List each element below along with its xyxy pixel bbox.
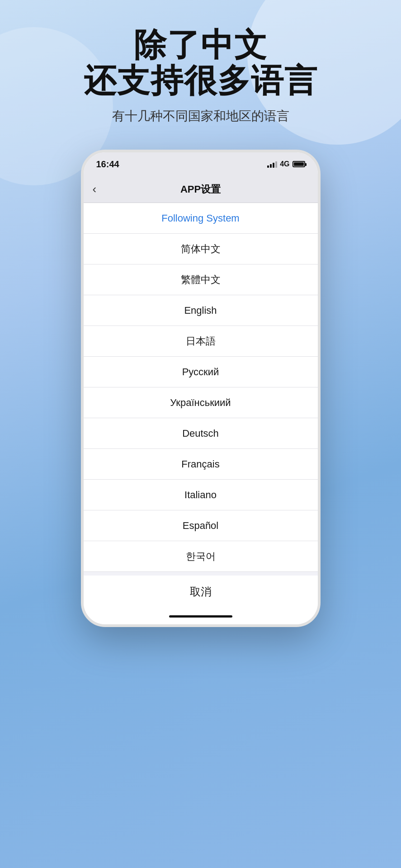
cancel-button[interactable]: 取消 (84, 572, 318, 608)
language-item-label: Español (183, 520, 219, 532)
language-item-label: Українськиий (170, 397, 231, 409)
home-bar (169, 615, 232, 618)
language-list-item[interactable]: 繁體中文 (84, 264, 318, 295)
language-item-label: 繁體中文 (181, 273, 221, 287)
language-item-label: 简体中文 (181, 242, 221, 256)
language-item-label: Русский (182, 366, 219, 378)
signal-icon (267, 160, 277, 168)
back-button[interactable]: ‹ (93, 182, 97, 196)
network-label: 4G (280, 160, 289, 168)
language-item-label: 한국어 (186, 550, 216, 563)
language-list-item[interactable]: 简体中文 (84, 234, 318, 264)
home-indicator (84, 608, 318, 624)
language-list-item[interactable]: 日本語 (84, 326, 318, 357)
language-list-item[interactable]: Deutsch (84, 418, 318, 449)
nav-bar: ‹ APP设置 (84, 176, 318, 203)
language-list-item[interactable]: Italiano (84, 480, 318, 510)
sub-title: 有十几种不同国家和地区的语言 (84, 108, 318, 125)
status-time: 16:44 (96, 159, 119, 170)
language-list-item[interactable]: Русский (84, 357, 318, 387)
language-item-label: English (184, 305, 217, 316)
language-item-label: Italiano (184, 489, 217, 501)
language-list-item[interactable]: Français (84, 449, 318, 480)
main-title: 除了中文 还支持很多语言 (84, 27, 318, 99)
cancel-label: 取消 (190, 585, 212, 599)
status-icons: 4G (267, 160, 305, 168)
language-item-label: Following System (161, 212, 239, 224)
language-list-item[interactable]: Українськиий (84, 387, 318, 418)
language-list-item[interactable]: Following System (84, 203, 318, 234)
language-list-item[interactable]: 한국어 (84, 541, 318, 572)
language-list-section: Following System简体中文繁體中文English日本語Русски… (84, 203, 318, 572)
nav-title: APP设置 (180, 183, 221, 196)
phone-mockup: 16:44 4G ‹ APP设置 Following System简体中文繁體中… (81, 150, 321, 627)
language-list: Following System简体中文繁體中文English日本語Русски… (84, 203, 318, 572)
header-section: 除了中文 还支持很多语言 有十几种不同国家和地区的语言 (84, 27, 318, 125)
battery-icon (292, 161, 305, 167)
status-bar: 16:44 4G (84, 152, 318, 176)
language-item-label: Français (181, 458, 219, 470)
language-item-label: Deutsch (182, 428, 219, 439)
language-item-label: 日本語 (186, 335, 216, 348)
language-list-item[interactable]: Español (84, 510, 318, 541)
language-list-item[interactable]: English (84, 295, 318, 326)
